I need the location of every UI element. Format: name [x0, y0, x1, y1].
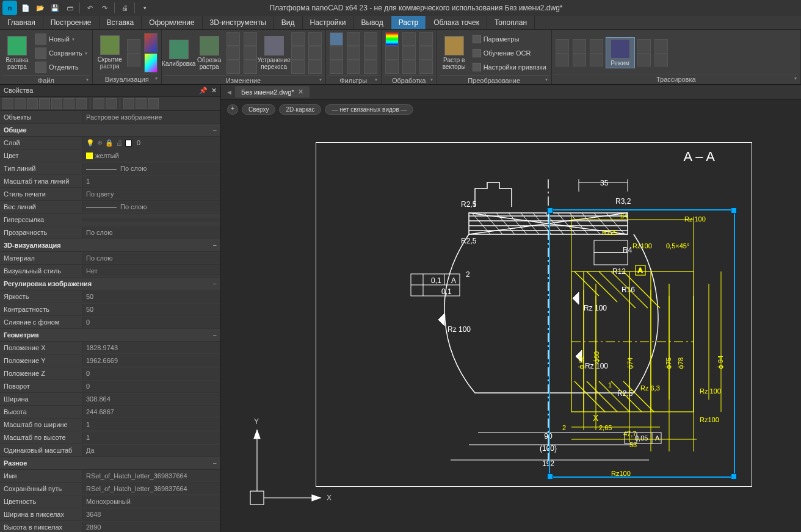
pt-4[interactable]	[39, 98, 50, 109]
proc-4[interactable]	[402, 32, 416, 46]
ch-6-button[interactable]	[308, 60, 322, 74]
color-mode-button[interactable]	[144, 33, 158, 52]
fade-value[interactable]: 0	[82, 317, 220, 328]
snap-settings-button[interactable]: Настройки привязки	[471, 60, 548, 74]
color-value[interactable]: желтый	[82, 150, 220, 162]
qat-open-icon[interactable]: 📂	[34, 2, 46, 14]
lineweight-value[interactable]: По слою	[82, 201, 220, 212]
tab-home[interactable]: Главная	[0, 16, 43, 29]
ch-1-button[interactable]	[291, 32, 305, 46]
tab-pointcloud[interactable]: Облака точек	[426, 16, 487, 29]
qat-saveall-icon[interactable]: 🗃	[63, 2, 76, 14]
crop-auto-button[interactable]	[227, 60, 240, 74]
hyperlink-value[interactable]	[82, 218, 220, 221]
filter-4[interactable]	[347, 32, 360, 46]
brightness-value[interactable]: 50	[82, 291, 220, 302]
proc-2[interactable]	[385, 46, 399, 60]
pt-6[interactable]	[63, 98, 74, 109]
qat-print-icon[interactable]: 🖨	[118, 2, 131, 14]
colordepth-value[interactable]: Монохромный	[82, 496, 220, 507]
proc-5[interactable]	[402, 46, 416, 60]
width-value[interactable]: 308.864	[82, 394, 220, 404]
app-icon[interactable]: n	[2, 1, 17, 15]
qat-save-icon[interactable]: 💾	[49, 2, 61, 14]
pt-5[interactable]	[51, 98, 62, 109]
view-add-button[interactable]: +	[227, 104, 238, 115]
pt-1[interactable]	[2, 98, 13, 109]
rotate-button[interactable]	[244, 32, 257, 46]
proc-8[interactable]	[419, 46, 433, 60]
panel-pin-icon[interactable]: 📌	[199, 87, 208, 95]
drawing-viewport[interactable]: 35 90 (100) 192 2 R2,5 R3,2 R2,5 R12 R4 …	[221, 99, 801, 532]
scalew-value[interactable]: 1	[82, 419, 220, 430]
raster-to-vector-button[interactable]: Растр в векторы	[440, 35, 469, 71]
doc-tab[interactable]: Без имени2.dwg*✕	[235, 86, 310, 98]
selection-box[interactable]: 64 Rz25 Rz100 0,5×45° Rz 100 ϕ 52 ϕ60 ϕ7…	[549, 209, 735, 478]
posz-value[interactable]: 0	[82, 368, 220, 379]
qat-more-icon[interactable]: ▾	[139, 2, 151, 14]
trace-5[interactable]	[590, 39, 603, 52]
pt-7[interactable]	[76, 98, 87, 109]
ltscale-value[interactable]: 1	[82, 176, 220, 187]
tab-annotate[interactable]: Оформление	[142, 16, 202, 29]
trace-9[interactable]	[654, 39, 668, 52]
trace-3[interactable]	[573, 39, 586, 52]
insert-raster-button[interactable]: Вставка растра	[2, 35, 32, 71]
trace-2[interactable]	[556, 53, 569, 66]
scaleh-value[interactable]: 1	[82, 432, 220, 443]
tab-output[interactable]: Вывод	[353, 16, 391, 29]
transparency-value[interactable]: По слою	[82, 227, 220, 238]
crop-poly-button[interactable]	[227, 46, 240, 60]
name-value[interactable]: RSel_of_Hatch_letter_369837664	[82, 470, 220, 481]
section-imgadj[interactable]: Регулировка изображения−	[0, 278, 220, 290]
new-button[interactable]: Новый ▾	[34, 32, 89, 46]
tab-build[interactable]: Построение	[43, 16, 100, 29]
deskew-button[interactable]: Устранение перекоса	[259, 35, 289, 71]
pt-8[interactable]	[93, 98, 104, 109]
hide-raster-button[interactable]: Скрытие растра	[95, 34, 125, 71]
filter-1[interactable]	[330, 32, 343, 46]
plotstyle-value[interactable]: По цвету	[82, 189, 220, 200]
ocr-train-button[interactable]: Обучение OCR	[471, 46, 548, 60]
proc-6[interactable]	[402, 60, 416, 74]
pt-12[interactable]	[148, 98, 159, 109]
qat-undo-icon[interactable]: ↶	[84, 2, 96, 14]
mirror-button[interactable]	[244, 46, 257, 60]
resize-button[interactable]	[244, 60, 257, 74]
doc-tab-close-icon[interactable]: ✕	[298, 88, 303, 96]
trace-6[interactable]	[590, 53, 603, 66]
convert-params-button[interactable]: Параметры	[471, 32, 548, 46]
save-raster-button[interactable]: Сохранить ▾	[34, 46, 89, 60]
section-3d[interactable]: 3D-визуализация−	[0, 239, 220, 252]
filter-3[interactable]	[330, 60, 343, 74]
crop-rect-button[interactable]	[227, 32, 240, 46]
section-misc[interactable]: Разное−	[0, 457, 220, 470]
filter-7[interactable]	[364, 32, 377, 46]
section-geom[interactable]: Геометрия−	[0, 329, 220, 342]
objects-value[interactable]: Растровое изображение	[82, 112, 220, 123]
toggle-fill-button[interactable]	[127, 53, 140, 66]
tab-3d[interactable]: 3D-инструменты	[203, 16, 274, 29]
pxwidth-value[interactable]: 3648	[82, 509, 220, 520]
ch-5-button[interactable]	[308, 46, 322, 60]
material-value[interactable]: По слою	[82, 253, 220, 264]
filter-9[interactable]	[364, 60, 377, 74]
trace-7[interactable]	[637, 39, 651, 52]
proc-3[interactable]	[385, 60, 399, 74]
toggle-frame-button[interactable]	[127, 39, 140, 52]
contrast-value[interactable]: 50	[82, 304, 220, 315]
uniform-value[interactable]: Да	[82, 445, 220, 456]
pxheight-value[interactable]: 2890	[82, 522, 220, 532]
pt-9[interactable]	[106, 98, 117, 109]
visualstyle-value[interactable]: Нет	[82, 265, 220, 276]
linetype-value[interactable]: По слою	[82, 163, 220, 174]
height-value[interactable]: 244.6867	[82, 406, 220, 417]
trace-mode-button[interactable]: Режим	[606, 37, 635, 68]
calibrate-button[interactable]: Калибровка	[164, 38, 194, 68]
trace-4[interactable]	[573, 53, 586, 66]
tab-insert[interactable]: Вставка	[100, 16, 142, 29]
panel-close-icon[interactable]: ✕	[211, 87, 217, 95]
proc-7[interactable]	[419, 32, 433, 46]
proc-9[interactable]	[419, 60, 433, 74]
crop-button[interactable]: Обрезка растра	[195, 35, 224, 71]
